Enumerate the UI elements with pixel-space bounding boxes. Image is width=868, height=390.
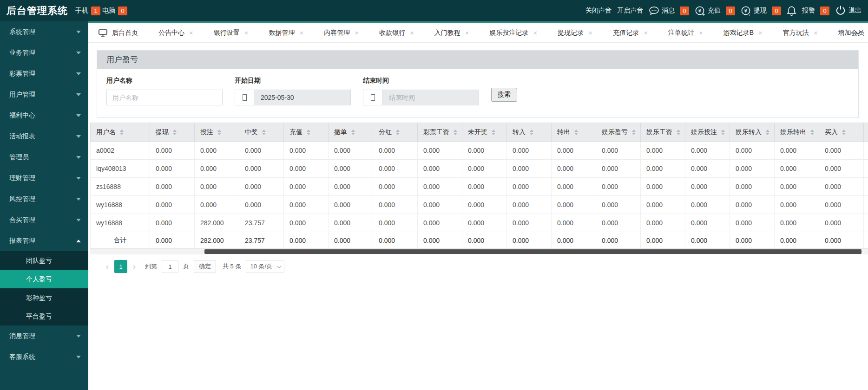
tab-home[interactable]: 后台首页 bbox=[88, 23, 148, 43]
tab-close-icon[interactable]: × bbox=[410, 29, 414, 36]
tab-close-icon[interactable]: × bbox=[189, 29, 193, 36]
column-header-娱乐盈亏[interactable]: 娱乐盈亏 bbox=[596, 123, 641, 142]
sort-icon[interactable] bbox=[307, 130, 310, 135]
column-header-撤单[interactable]: 撤单 bbox=[329, 123, 373, 142]
sort-icon[interactable] bbox=[120, 130, 124, 135]
sidebar-subitem-个人盈亏[interactable]: 个人盈亏 bbox=[0, 270, 88, 288]
sidebar-subitem-团队盈亏[interactable]: 团队盈亏 bbox=[0, 251, 88, 270]
tab-overflow-chevron-icon[interactable] bbox=[856, 30, 861, 35]
sort-icon[interactable] bbox=[396, 130, 400, 135]
sidebar-subitem-平台盈亏[interactable]: 平台盈亏 bbox=[0, 307, 88, 325]
column-header-买入[interactable]: 买入 bbox=[819, 123, 864, 142]
tab-close-icon[interactable]: × bbox=[588, 29, 592, 36]
sort-icon[interactable] bbox=[810, 130, 814, 135]
sidebar-subitem-彩种盈亏[interactable]: 彩种盈亏 bbox=[0, 288, 88, 307]
table-row: wy168880.0000.0000.0000.0000.0000.0000.0… bbox=[91, 196, 868, 214]
sidebar-item-合买管理[interactable]: 合买管理 bbox=[0, 209, 88, 230]
sort-icon[interactable] bbox=[217, 130, 221, 135]
sort-icon[interactable] bbox=[721, 130, 725, 135]
logout-item[interactable]: 退出 bbox=[835, 5, 861, 16]
sidebar-item-报表管理[interactable]: 报表管理 bbox=[0, 230, 88, 251]
sidebar-item-管理员[interactable]: 管理员 bbox=[0, 147, 88, 168]
sort-icon[interactable] bbox=[842, 130, 846, 135]
column-header-娱乐转入[interactable]: 娱乐转入 bbox=[730, 123, 775, 142]
page-size-select[interactable]: 10 条/页 bbox=[246, 260, 284, 273]
goto-page-input[interactable] bbox=[162, 260, 178, 273]
tab-娱乐投注记录[interactable]: 娱乐投注记录× bbox=[480, 23, 548, 43]
sort-icon[interactable] bbox=[632, 130, 636, 135]
tab-游戏记录B[interactable]: 游戏记录B× bbox=[713, 23, 773, 43]
withdraw-item[interactable]: ¥, 提现 0 bbox=[741, 6, 781, 16]
sort-icon[interactable] bbox=[574, 130, 578, 135]
sort-icon[interactable] bbox=[492, 130, 495, 135]
tab-收款银行[interactable]: 收款银行× bbox=[369, 23, 424, 43]
sidebar-item-活动报表[interactable]: 活动报表 bbox=[0, 126, 88, 147]
column-header-转出[interactable]: 转出 bbox=[552, 123, 596, 142]
tab-提现记录[interactable]: 提现记录× bbox=[547, 23, 603, 43]
tab-公告中心[interactable]: 公告中心× bbox=[148, 23, 204, 43]
column-header-提现[interactable]: 提现 bbox=[150, 123, 195, 142]
tab-注单统计[interactable]: 注单统计× bbox=[658, 23, 713, 43]
column-header-中奖[interactable]: 中奖 bbox=[239, 123, 284, 142]
sidebar-item-理财管理[interactable]: 理财管理 bbox=[0, 168, 88, 188]
column-header-投注[interactable]: 投注 bbox=[195, 123, 239, 142]
username-input[interactable] bbox=[106, 90, 223, 105]
sidebar-item-业务管理[interactable]: 业务管理 bbox=[0, 42, 88, 63]
column-header-分红[interactable]: 分红 bbox=[373, 123, 418, 142]
column-header-充值[interactable]: 充值 bbox=[284, 123, 329, 142]
sort-icon[interactable] bbox=[351, 130, 355, 135]
sort-icon[interactable] bbox=[677, 130, 680, 135]
sidebar-item-系统管理[interactable]: 系统管理 bbox=[0, 21, 88, 42]
column-header-彩票工资[interactable]: 彩票工资 bbox=[418, 123, 462, 142]
sort-icon[interactable] bbox=[454, 130, 457, 135]
end-date-input[interactable]: 结束时间 bbox=[363, 90, 479, 105]
tab-close-icon[interactable]: × bbox=[758, 29, 763, 36]
tab-银行设置[interactable]: 银行设置× bbox=[204, 23, 259, 43]
tab-内容管理[interactable]: 内容管理× bbox=[314, 23, 369, 43]
tab-close-icon[interactable]: × bbox=[533, 29, 538, 36]
start-date-input[interactable]: 2025-05-30 bbox=[235, 90, 351, 105]
column-header-娱乐转出[interactable]: 娱乐转出 bbox=[775, 123, 819, 142]
tab-close-icon[interactable]: × bbox=[465, 29, 469, 36]
tab-数据管理[interactable]: 数据管理× bbox=[259, 23, 314, 43]
tab-官方玩法[interactable]: 官方玩法× bbox=[773, 23, 828, 43]
sort-icon[interactable] bbox=[530, 130, 533, 135]
column-header-转入[interactable]: 转入 bbox=[507, 123, 552, 142]
tab-close-icon[interactable]: × bbox=[244, 29, 249, 36]
sidebar-item-消息管理[interactable]: 消息管理 bbox=[0, 325, 88, 346]
tab-close-icon[interactable]: × bbox=[814, 29, 818, 36]
tab-close-icon[interactable]: × bbox=[355, 29, 359, 36]
tab-close-icon[interactable]: × bbox=[300, 29, 304, 36]
current-page-button[interactable]: 1 bbox=[114, 260, 127, 273]
tab-增加会员[interactable]: 增加会员× bbox=[828, 23, 868, 43]
column-header-用户名[interactable]: 用户名 bbox=[91, 123, 150, 142]
sidebar-item-风控管理[interactable]: 风控管理 bbox=[0, 188, 88, 209]
tab-入门教程[interactable]: 入门教程× bbox=[424, 23, 480, 43]
column-header-娱乐工资[interactable]: 娱乐工资 bbox=[641, 123, 685, 142]
prev-page-button[interactable]: ‹ bbox=[105, 262, 110, 271]
tab-close-icon[interactable]: × bbox=[699, 29, 703, 36]
tab-close-icon[interactable]: × bbox=[644, 29, 648, 36]
sort-icon[interactable] bbox=[766, 130, 769, 135]
confirm-page-button[interactable]: 确定 bbox=[194, 260, 216, 273]
column-header-卖出[interactable]: 卖出 bbox=[864, 123, 868, 142]
sidebar-item-彩票管理[interactable]: 彩票管理 bbox=[0, 63, 88, 84]
sound-on-button[interactable]: 开启声音 bbox=[617, 6, 643, 15]
column-header-未开奖[interactable]: 未开奖 bbox=[462, 123, 507, 142]
scrollbar-thumb[interactable] bbox=[204, 249, 861, 254]
recharge-item[interactable]: ¥+ 充值 0 bbox=[695, 6, 735, 16]
sort-icon[interactable] bbox=[262, 130, 266, 135]
column-header-娱乐投注[interactable]: 娱乐投注 bbox=[685, 123, 730, 142]
next-page-button[interactable]: › bbox=[132, 262, 137, 271]
search-button[interactable]: 搜索 bbox=[491, 88, 517, 102]
sidebar-item-用户管理[interactable]: 用户管理 bbox=[0, 84, 88, 105]
alarm-item[interactable]: 报警 0 bbox=[802, 6, 829, 15]
sound-off-button[interactable]: 关闭声音 bbox=[585, 6, 612, 15]
bell-icon[interactable] bbox=[787, 6, 796, 16]
tab-充值记录[interactable]: 充值记录× bbox=[603, 23, 658, 43]
sidebar-item-客服系统[interactable]: 客服系统 bbox=[0, 346, 88, 367]
sort-icon[interactable] bbox=[173, 130, 177, 135]
cell-value: 0.000 bbox=[596, 142, 641, 160]
messages-item[interactable]: 消息 0 bbox=[649, 6, 689, 16]
sidebar-item-福利中心[interactable]: 福利中心 bbox=[0, 105, 88, 126]
